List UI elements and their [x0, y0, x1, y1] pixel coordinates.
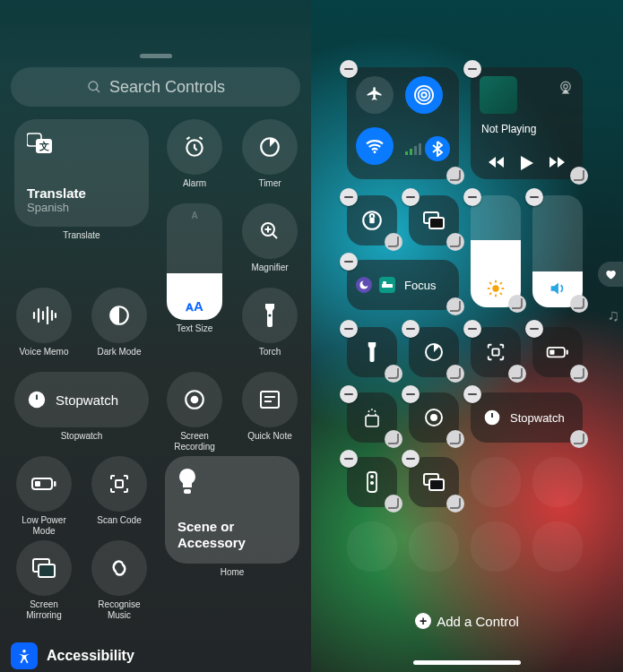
control-center-edit-panel: Not Playing Focus ♫	[311, 0, 623, 672]
bluetooth-toggle[interactable]	[425, 136, 450, 161]
airplay-icon[interactable]	[558, 80, 574, 96]
remove-volume-button[interactable]	[525, 188, 543, 206]
screen-mirroring-control[interactable]	[16, 540, 72, 596]
shazam-icon	[108, 556, 131, 580]
remove-orientation-lock-button[interactable]	[340, 188, 358, 206]
resize-handle[interactable]	[570, 295, 588, 313]
scan-code-cc[interactable]	[471, 327, 521, 377]
screen-mirroring-cc-2[interactable]	[409, 457, 459, 507]
airplane-mode-toggle[interactable]	[356, 76, 394, 114]
resize-handle[interactable]	[446, 365, 464, 383]
volume-slider[interactable]	[532, 195, 583, 307]
remote-cc[interactable]	[347, 457, 397, 507]
remove-connectivity-button[interactable]	[340, 60, 358, 78]
resize-handle[interactable]	[385, 233, 402, 251]
rewind-button[interactable]	[489, 156, 505, 170]
svg-rect-85	[429, 479, 444, 490]
resize-handle[interactable]	[385, 495, 402, 513]
low-power-control[interactable]	[16, 456, 72, 512]
empty-slot[interactable]	[532, 521, 583, 572]
now-playing-module[interactable]: Not Playing	[471, 67, 583, 179]
orientation-lock-control[interactable]	[347, 195, 397, 246]
remove-now-playing-button[interactable]	[463, 60, 481, 78]
svg-rect-32	[39, 564, 55, 577]
screen-mirroring-icon	[423, 211, 445, 229]
favorites-sidebar-icon[interactable]	[598, 262, 623, 287]
timer-control[interactable]	[242, 119, 298, 175]
remove-button[interactable]	[340, 320, 358, 338]
svg-point-18	[268, 314, 271, 316]
play-button[interactable]	[521, 156, 533, 170]
resize-handle[interactable]	[570, 365, 588, 383]
torch-cc[interactable]	[347, 327, 397, 377]
remove-focus-button[interactable]	[340, 253, 358, 271]
screen-recording-control[interactable]	[167, 372, 222, 427]
torch-icon	[264, 304, 276, 327]
focus-control[interactable]: Focus	[347, 260, 459, 310]
torch-control[interactable]	[242, 288, 298, 343]
recognise-music-control[interactable]	[91, 540, 147, 596]
remove-button[interactable]	[463, 385, 481, 403]
add-control-button[interactable]: + Add a Control	[311, 613, 623, 629]
scan-code-control[interactable]	[91, 456, 147, 512]
stopwatch-icon	[483, 409, 501, 426]
voice-memo-control[interactable]	[16, 288, 72, 343]
svg-rect-70	[383, 281, 386, 284]
wifi-toggle[interactable]	[356, 127, 394, 165]
airdrop-toggle[interactable]	[405, 76, 443, 114]
resize-handle[interactable]	[446, 495, 464, 513]
svg-line-10	[273, 234, 277, 238]
connectivity-module[interactable]	[347, 67, 459, 179]
empty-slot[interactable]	[409, 521, 459, 572]
svg-line-66	[500, 293, 502, 295]
home-indicator[interactable]	[413, 660, 521, 665]
timer-icon	[423, 341, 445, 363]
sheet-grabber[interactable]	[140, 54, 172, 58]
remove-button[interactable]	[340, 450, 358, 468]
empty-slot[interactable]	[471, 457, 521, 507]
text-size-control[interactable]: A ᴀA	[167, 203, 222, 320]
stopwatch-control[interactable]: Stopwatch	[14, 372, 149, 427]
timer-cc[interactable]	[409, 327, 459, 377]
brightness-slider[interactable]	[471, 195, 521, 307]
privacy-lock-cc[interactable]	[347, 392, 397, 443]
resize-handle[interactable]	[446, 430, 464, 448]
remove-brightness-button[interactable]	[463, 188, 481, 206]
stopwatch-cc[interactable]: Stopwatch	[471, 392, 583, 443]
remove-button[interactable]	[402, 450, 420, 468]
resize-handle[interactable]	[508, 365, 526, 383]
resize-handle[interactable]	[446, 297, 464, 315]
quick-note-control[interactable]	[242, 372, 298, 427]
remove-button[interactable]	[525, 320, 543, 338]
resize-handle[interactable]	[385, 365, 402, 383]
empty-slot[interactable]	[532, 457, 583, 507]
remove-button[interactable]	[402, 320, 420, 338]
battery-icon	[546, 346, 569, 358]
screen-recording-cc[interactable]	[409, 392, 459, 443]
screen-mirroring-label: Screen Mirroring	[26, 599, 61, 621]
screen-mirroring-cc[interactable]	[409, 195, 459, 246]
orientation-lock-icon	[360, 209, 384, 232]
empty-slot[interactable]	[471, 521, 521, 572]
qr-icon	[108, 473, 130, 495]
alarm-control[interactable]	[167, 119, 222, 175]
home-control[interactable]: Scene or Accessory	[165, 456, 299, 564]
music-sidebar-icon[interactable]: ♫	[608, 306, 620, 325]
dark-mode-control[interactable]	[91, 288, 147, 343]
screen-recording-label: Screen Recording	[174, 431, 215, 452]
remove-screen-mirroring-button[interactable]	[402, 188, 420, 206]
remove-button[interactable]	[402, 385, 420, 403]
forward-button[interactable]	[549, 156, 566, 170]
resize-handle[interactable]	[508, 295, 526, 313]
search-controls-field[interactable]: Search Controls	[11, 67, 300, 107]
translate-control[interactable]: 文 Translate Spanish	[14, 119, 149, 227]
low-power-cc[interactable]	[532, 327, 583, 377]
remove-button[interactable]	[463, 320, 481, 338]
resize-handle[interactable]	[446, 233, 464, 251]
empty-slot[interactable]	[347, 521, 397, 572]
magnifier-control[interactable]	[242, 203, 298, 259]
remove-button[interactable]	[340, 385, 358, 403]
resize-handle[interactable]	[570, 430, 588, 448]
text-size-glyph: ᴀA	[186, 298, 203, 314]
resize-handle[interactable]	[385, 430, 402, 448]
